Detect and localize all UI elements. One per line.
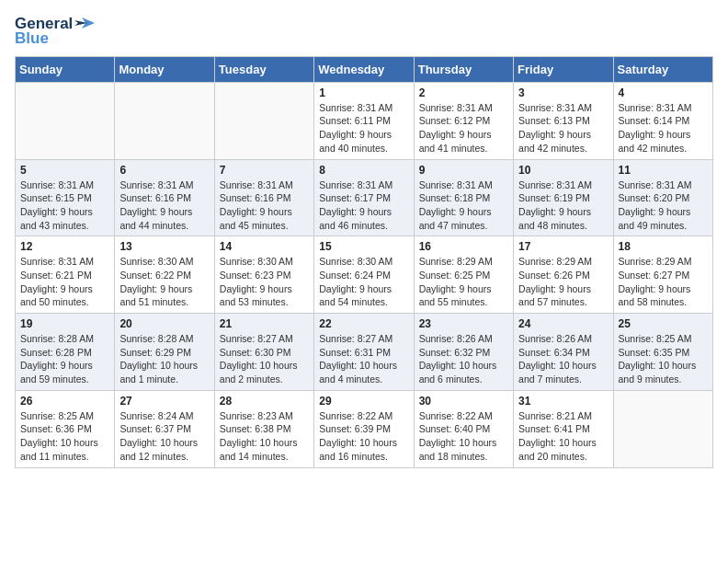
calendar-day-cell: 21Sunrise: 8:27 AM Sunset: 6:30 PM Dayli…: [214, 314, 313, 391]
day-number: 21: [220, 317, 309, 330]
day-info: Sunrise: 8:31 AM Sunset: 6:18 PM Dayligh…: [419, 178, 508, 233]
calendar-day-cell: 1Sunrise: 8:31 AM Sunset: 6:11 PM Daylig…: [314, 82, 414, 159]
day-info: Sunrise: 8:22 AM Sunset: 6:40 PM Dayligh…: [419, 409, 508, 464]
day-number: 12: [20, 240, 109, 253]
day-info: Sunrise: 8:30 AM Sunset: 6:24 PM Dayligh…: [319, 255, 408, 309]
day-info: Sunrise: 8:31 AM Sunset: 6:19 PM Dayligh…: [518, 178, 608, 233]
day-number: 13: [119, 240, 209, 253]
day-number: 20: [119, 317, 209, 330]
calendar-day-cell: 5Sunrise: 8:31 AM Sunset: 6:15 PM Daylig…: [16, 159, 115, 236]
day-number: 30: [419, 395, 508, 408]
calendar-day-cell: 20Sunrise: 8:28 AM Sunset: 6:29 PM Dayli…: [115, 314, 214, 391]
page-header: General Blue: [15, 15, 713, 49]
day-info: Sunrise: 8:31 AM Sunset: 6:11 PM Dayligh…: [319, 101, 408, 155]
day-number: 18: [619, 240, 708, 253]
logo-bird-icon: [74, 16, 95, 32]
calendar-day-cell: 4Sunrise: 8:31 AM Sunset: 6:14 PM Daylig…: [613, 82, 712, 159]
calendar-day-cell: 6Sunrise: 8:31 AM Sunset: 6:16 PM Daylig…: [115, 159, 214, 236]
calendar-day-cell: 31Sunrise: 8:21 AM Sunset: 6:41 PM Dayli…: [514, 390, 613, 467]
day-number: 22: [319, 317, 408, 330]
day-number: 16: [419, 240, 508, 253]
col-header-wednesday: Wednesday: [314, 56, 414, 82]
day-info: Sunrise: 8:25 AM Sunset: 6:36 PM Dayligh…: [20, 409, 109, 464]
col-header-monday: Monday: [115, 56, 214, 82]
day-info: Sunrise: 8:31 AM Sunset: 6:15 PM Dayligh…: [20, 178, 109, 233]
calendar-day-cell: 29Sunrise: 8:22 AM Sunset: 6:39 PM Dayli…: [314, 390, 414, 467]
calendar-day-cell: 13Sunrise: 8:30 AM Sunset: 6:22 PM Dayli…: [115, 236, 214, 314]
day-info: Sunrise: 8:30 AM Sunset: 6:22 PM Dayligh…: [119, 255, 209, 309]
calendar-day-cell: 2Sunrise: 8:31 AM Sunset: 6:12 PM Daylig…: [414, 82, 513, 159]
day-number: 5: [20, 164, 109, 177]
logo: General Blue: [15, 15, 95, 49]
col-header-friday: Friday: [514, 56, 613, 82]
day-number: 11: [619, 164, 708, 177]
day-number: 27: [119, 395, 209, 408]
calendar-day-cell: 25Sunrise: 8:25 AM Sunset: 6:35 PM Dayli…: [613, 314, 712, 391]
calendar-day-cell: 30Sunrise: 8:22 AM Sunset: 6:40 PM Dayli…: [414, 390, 513, 467]
day-number: 29: [319, 395, 408, 408]
day-info: Sunrise: 8:27 AM Sunset: 6:31 PM Dayligh…: [319, 332, 408, 386]
day-info: Sunrise: 8:31 AM Sunset: 6:21 PM Dayligh…: [20, 255, 109, 309]
calendar-day-cell: 15Sunrise: 8:30 AM Sunset: 6:24 PM Dayli…: [314, 236, 414, 314]
calendar-day-cell: 16Sunrise: 8:29 AM Sunset: 6:25 PM Dayli…: [414, 236, 513, 314]
calendar-header-row: SundayMondayTuesdayWednesdayThursdayFrid…: [16, 56, 713, 82]
day-number: 15: [319, 240, 408, 253]
day-info: Sunrise: 8:28 AM Sunset: 6:28 PM Dayligh…: [20, 332, 109, 386]
empty-cell: [214, 82, 313, 159]
day-number: 8: [319, 164, 408, 177]
day-info: Sunrise: 8:27 AM Sunset: 6:30 PM Dayligh…: [220, 332, 309, 386]
day-number: 4: [619, 86, 708, 99]
calendar-day-cell: 3Sunrise: 8:31 AM Sunset: 6:13 PM Daylig…: [514, 82, 613, 159]
calendar-week-row: 1Sunrise: 8:31 AM Sunset: 6:11 PM Daylig…: [16, 82, 713, 159]
day-number: 31: [518, 395, 608, 408]
calendar-day-cell: 28Sunrise: 8:23 AM Sunset: 6:38 PM Dayli…: [214, 390, 313, 467]
calendar-day-cell: 24Sunrise: 8:26 AM Sunset: 6:34 PM Dayli…: [514, 314, 613, 391]
day-info: Sunrise: 8:31 AM Sunset: 6:16 PM Dayligh…: [220, 178, 309, 233]
logo-blue: Blue: [15, 29, 49, 48]
calendar-day-cell: 8Sunrise: 8:31 AM Sunset: 6:17 PM Daylig…: [314, 159, 414, 236]
calendar-day-cell: 12Sunrise: 8:31 AM Sunset: 6:21 PM Dayli…: [16, 236, 115, 314]
day-info: Sunrise: 8:31 AM Sunset: 6:16 PM Dayligh…: [119, 178, 209, 233]
calendar-day-cell: 9Sunrise: 8:31 AM Sunset: 6:18 PM Daylig…: [414, 159, 513, 236]
day-info: Sunrise: 8:25 AM Sunset: 6:35 PM Dayligh…: [619, 332, 708, 386]
day-number: 7: [220, 164, 309, 177]
empty-cell: [16, 82, 115, 159]
calendar-day-cell: 26Sunrise: 8:25 AM Sunset: 6:36 PM Dayli…: [16, 390, 115, 467]
day-info: Sunrise: 8:22 AM Sunset: 6:39 PM Dayligh…: [319, 409, 408, 464]
day-number: 10: [518, 164, 608, 177]
day-number: 23: [419, 317, 508, 330]
day-info: Sunrise: 8:21 AM Sunset: 6:41 PM Dayligh…: [518, 409, 608, 464]
day-info: Sunrise: 8:26 AM Sunset: 6:32 PM Dayligh…: [419, 332, 508, 386]
day-number: 14: [220, 240, 309, 253]
calendar-day-cell: 18Sunrise: 8:29 AM Sunset: 6:27 PM Dayli…: [613, 236, 712, 314]
day-number: 1: [319, 86, 408, 99]
col-header-saturday: Saturday: [613, 56, 712, 82]
calendar-day-cell: 23Sunrise: 8:26 AM Sunset: 6:32 PM Dayli…: [414, 314, 513, 391]
day-info: Sunrise: 8:28 AM Sunset: 6:29 PM Dayligh…: [119, 332, 209, 386]
calendar-day-cell: 11Sunrise: 8:31 AM Sunset: 6:20 PM Dayli…: [613, 159, 712, 236]
day-number: 2: [419, 86, 508, 99]
col-header-tuesday: Tuesday: [214, 56, 313, 82]
col-header-sunday: Sunday: [16, 56, 115, 82]
day-info: Sunrise: 8:23 AM Sunset: 6:38 PM Dayligh…: [220, 409, 309, 464]
empty-cell: [115, 82, 214, 159]
col-header-thursday: Thursday: [414, 56, 513, 82]
calendar-day-cell: 10Sunrise: 8:31 AM Sunset: 6:19 PM Dayli…: [514, 159, 613, 236]
day-number: 28: [220, 395, 309, 408]
day-info: Sunrise: 8:31 AM Sunset: 6:13 PM Dayligh…: [518, 101, 608, 155]
day-info: Sunrise: 8:26 AM Sunset: 6:34 PM Dayligh…: [518, 332, 608, 386]
calendar-day-cell: 17Sunrise: 8:29 AM Sunset: 6:26 PM Dayli…: [514, 236, 613, 314]
calendar-day-cell: 7Sunrise: 8:31 AM Sunset: 6:16 PM Daylig…: [214, 159, 313, 236]
day-number: 25: [619, 317, 708, 330]
day-info: Sunrise: 8:30 AM Sunset: 6:23 PM Dayligh…: [220, 255, 309, 309]
day-info: Sunrise: 8:31 AM Sunset: 6:17 PM Dayligh…: [319, 178, 408, 233]
day-number: 24: [518, 317, 608, 330]
day-number: 3: [518, 86, 608, 99]
day-info: Sunrise: 8:29 AM Sunset: 6:25 PM Dayligh…: [419, 255, 508, 309]
day-number: 26: [20, 395, 109, 408]
day-number: 9: [419, 164, 508, 177]
calendar-week-row: 12Sunrise: 8:31 AM Sunset: 6:21 PM Dayli…: [16, 236, 713, 314]
day-info: Sunrise: 8:24 AM Sunset: 6:37 PM Dayligh…: [119, 409, 209, 464]
calendar-week-row: 5Sunrise: 8:31 AM Sunset: 6:15 PM Daylig…: [16, 159, 713, 236]
calendar-day-cell: 27Sunrise: 8:24 AM Sunset: 6:37 PM Dayli…: [115, 390, 214, 467]
